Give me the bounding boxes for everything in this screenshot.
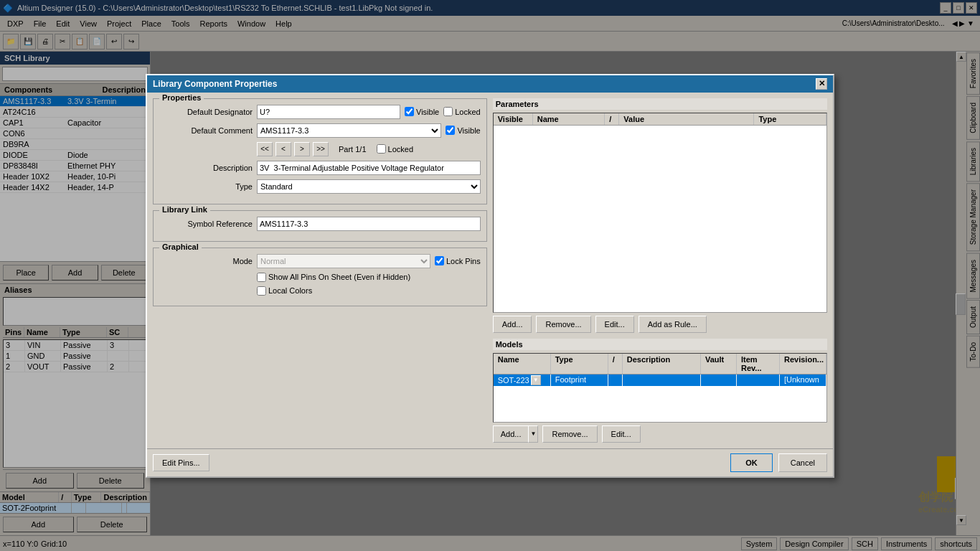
locked-checkbox-2-label: Locked bbox=[377, 144, 413, 154]
lock-pins-checkbox[interactable] bbox=[435, 256, 444, 265]
default-comment-label: Default Comment bbox=[159, 126, 253, 135]
parameters-table: Visible Name / Value Type bbox=[493, 113, 827, 313]
visible-label-1: Visible bbox=[416, 108, 439, 116]
model-dropdown-arrow[interactable]: ▼ bbox=[531, 375, 541, 385]
locked-label-1: Locked bbox=[455, 108, 480, 116]
mode-select[interactable]: Normal bbox=[257, 254, 430, 268]
description-input[interactable]: 3V 3-Terminal Adjustable Positive Voltag… bbox=[257, 161, 481, 175]
dialog-title-bar: Library Component Properties ✕ bbox=[147, 75, 833, 93]
default-comment-select[interactable]: AMS1117-3.3 bbox=[257, 123, 441, 138]
part-nav-row: << < > >> Part 1/1 Locked bbox=[159, 142, 481, 156]
type-label: Type bbox=[159, 182, 253, 191]
local-colors-row: Local Colors bbox=[159, 286, 481, 296]
symbol-ref-row: Symbol Reference bbox=[159, 217, 481, 231]
models-header-row: Name Type / Description Vault Item Rev..… bbox=[494, 354, 826, 375]
models-remove-btn[interactable]: Remove... bbox=[542, 425, 597, 443]
ok-button[interactable]: OK bbox=[730, 453, 773, 472]
params-col-value: Value bbox=[619, 113, 754, 125]
params-buttons: Add... Remove... Edit... Add as Rule... bbox=[493, 316, 827, 333]
default-designator-label: Default Designator bbox=[159, 108, 253, 116]
edit-pins-button[interactable]: Edit Pins... bbox=[153, 454, 209, 471]
show-all-pins-label: Show All Pins On Sheet (Even if Hidden) bbox=[257, 273, 410, 282]
type-select[interactable]: Standard Mechanical Graphical bbox=[257, 179, 481, 194]
locked-checkbox-2[interactable] bbox=[377, 144, 386, 154]
models-body bbox=[494, 386, 826, 422]
models-col-slash: / bbox=[608, 354, 623, 374]
model-vault-sot223 bbox=[701, 375, 737, 386]
dialog-close-button[interactable]: ✕ bbox=[816, 78, 827, 90]
model-slash-sot223 bbox=[608, 375, 623, 386]
params-add-btn[interactable]: Add... bbox=[493, 316, 532, 333]
params-add-rule-btn[interactable]: Add as Rule... bbox=[639, 316, 707, 333]
models-add-dropdown-btn[interactable]: ▼ bbox=[528, 425, 538, 443]
models-edit-btn[interactable]: Edit... bbox=[602, 425, 641, 443]
visible-checkbox-1-label: Visible bbox=[405, 107, 439, 116]
model-row-sot223[interactable]: SOT-223 ▼ Footprint [Unknown bbox=[494, 375, 826, 386]
dialog-left-panel: Properties Default Designator U? Visible… bbox=[153, 98, 487, 443]
params-col-type: Type bbox=[754, 113, 826, 125]
default-designator-input[interactable]: U? bbox=[257, 105, 400, 119]
params-header-row: Visible Name / Value Type bbox=[494, 113, 826, 126]
models-col-vault: Vault bbox=[701, 354, 737, 374]
part-first-btn[interactable]: << bbox=[257, 142, 273, 156]
parameters-section: Parameters Visible Name / Value Type bbox=[493, 98, 827, 333]
library-link-label: Library Link bbox=[159, 205, 210, 214]
locked-checkbox-1-label: Locked bbox=[443, 107, 480, 116]
description-label: Description bbox=[159, 164, 253, 172]
dialog-overlay: Library Component Properties ✕ Propertie… bbox=[0, 0, 980, 551]
models-col-name: Name bbox=[494, 354, 551, 374]
models-label: Models bbox=[496, 340, 523, 349]
params-col-name: Name bbox=[533, 113, 606, 125]
show-all-pins-checkbox[interactable] bbox=[257, 273, 266, 282]
models-section: Models Name Type / Description Vault Ite… bbox=[493, 339, 827, 443]
params-edit-btn[interactable]: Edit... bbox=[595, 316, 634, 333]
local-colors-text: Local Colors bbox=[268, 286, 312, 295]
symbol-ref-label: Symbol Reference bbox=[159, 220, 253, 228]
library-link-group: Library Link Symbol Reference bbox=[153, 210, 487, 242]
type-row: Type Standard Mechanical Graphical bbox=[159, 179, 481, 194]
params-body bbox=[494, 126, 826, 312]
part-last-btn[interactable]: >> bbox=[313, 142, 329, 156]
dialog-ok-cancel: OK Cancel bbox=[730, 453, 827, 472]
properties-group: Properties Default Designator U? Visible… bbox=[153, 98, 487, 204]
visible-label-2: Visible bbox=[457, 126, 480, 135]
model-itemrev-sot223 bbox=[737, 375, 780, 386]
dialog-right-panel: Parameters Visible Name / Value Type bbox=[493, 98, 827, 443]
part-prev-btn[interactable]: < bbox=[275, 142, 291, 156]
lock-pins-label: Lock Pins bbox=[435, 256, 481, 265]
model-type-sot223: Footprint bbox=[551, 375, 608, 386]
models-buttons: Add... ▼ Remove... Edit... bbox=[493, 425, 827, 443]
symbol-ref-input[interactable] bbox=[257, 217, 481, 231]
models-section-header: Models bbox=[493, 339, 827, 350]
locked-checkbox-1[interactable] bbox=[443, 107, 453, 116]
models-add-btn-group: Add... ▼ bbox=[493, 425, 539, 443]
description-row: Description 3V 3-Terminal Adjustable Pos… bbox=[159, 161, 481, 175]
cancel-button[interactable]: Cancel bbox=[778, 453, 827, 472]
mode-label: Mode bbox=[159, 257, 253, 265]
library-component-properties-dialog: Library Component Properties ✕ Propertie… bbox=[146, 74, 834, 478]
visible-checkbox-1[interactable] bbox=[405, 107, 414, 116]
show-all-pins-text: Show All Pins On Sheet (Even if Hidden) bbox=[268, 273, 410, 281]
params-remove-btn[interactable]: Remove... bbox=[536, 316, 590, 333]
local-colors-checkbox[interactable] bbox=[257, 286, 266, 296]
properties-group-label: Properties bbox=[159, 93, 204, 102]
parameters-section-header: Parameters bbox=[493, 98, 827, 110]
dialog-content: Properties Default Designator U? Visible… bbox=[147, 93, 833, 448]
visible-checkbox-2[interactable] bbox=[446, 126, 455, 135]
locked-label-2: Locked bbox=[388, 145, 413, 154]
model-revision-sot223: [Unknown bbox=[780, 375, 826, 386]
models-add-main-btn[interactable]: Add... bbox=[493, 425, 529, 443]
part-next-btn[interactable]: > bbox=[294, 142, 310, 156]
mode-row: Mode Normal Lock Pins bbox=[159, 254, 481, 268]
graphical-label: Graphical bbox=[159, 242, 202, 251]
models-table: Name Type / Description Vault Item Rev..… bbox=[493, 353, 827, 423]
params-col-slash: / bbox=[605, 113, 619, 125]
graphical-group: Graphical Mode Normal Lock Pins bbox=[153, 248, 487, 306]
part-label: Part 1/1 bbox=[339, 145, 367, 154]
dialog-footer: Edit Pins... OK Cancel bbox=[147, 448, 833, 476]
default-comment-row: Default Comment AMS1117-3.3 Visible bbox=[159, 123, 481, 138]
local-colors-label: Local Colors bbox=[257, 286, 312, 296]
models-col-type: Type bbox=[551, 354, 608, 374]
parameters-label: Parameters bbox=[496, 100, 539, 108]
model-desc-sot223 bbox=[623, 375, 701, 386]
